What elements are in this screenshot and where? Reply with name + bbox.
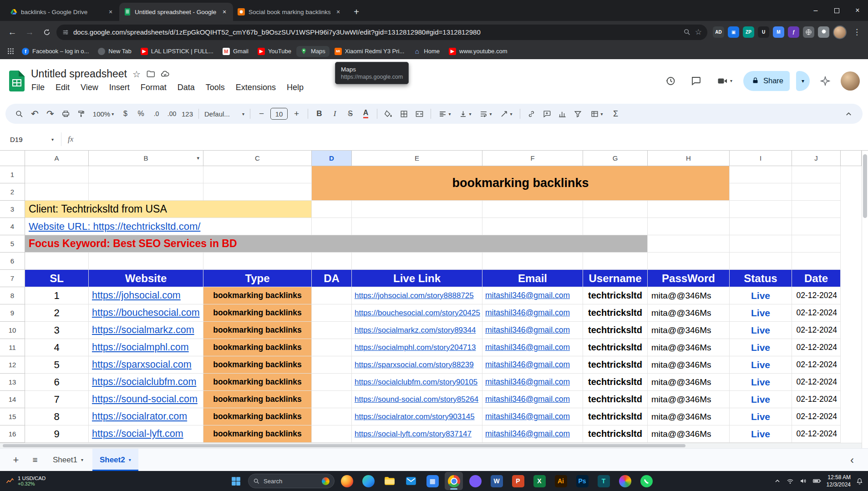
empty-cell[interactable]	[792, 218, 841, 235]
menu-file[interactable]: File	[26, 81, 50, 94]
bookmark-xiaomi[interactable]: MI Xiaomi Redmi Y3 Pri...	[330, 46, 409, 57]
tab-close-icon[interactable]: ×	[220, 8, 228, 16]
forward-button[interactable]: →	[22, 25, 37, 40]
cell-email-row9[interactable]: mitashil346@gmail.com	[482, 304, 583, 322]
cell-username-row10[interactable]: techtricksltd	[583, 322, 648, 339]
window-minimize-button[interactable]: –	[805, 0, 826, 21]
cell-live-link-row14[interactable]: https://sound-social.com/story85264	[352, 391, 482, 408]
menu-edit[interactable]: Edit	[51, 81, 75, 94]
table-header-status[interactable]: Status	[730, 270, 792, 287]
cell-live-link-row13[interactable]: https://socialclubfm.com/story90105	[352, 374, 482, 391]
cell-password-row16[interactable]: mita@@346Ms	[648, 425, 730, 443]
collapse-toolbar-icon[interactable]	[841, 106, 856, 121]
focus-keyword-cell[interactable]: Focus Keyword: Best SEO Services in BD	[25, 235, 648, 253]
tab-close-icon[interactable]: ×	[107, 8, 115, 16]
url-omnibox[interactable]: docs.google.com/spreadsheets/d/1zEpGkOQI…	[56, 25, 707, 40]
back-button[interactable]: ←	[5, 25, 20, 40]
text-color-button[interactable]: A	[358, 106, 373, 121]
site-info-icon[interactable]	[62, 29, 69, 36]
merge-cells-button[interactable]	[412, 106, 427, 121]
row-header-12[interactable]: 12	[0, 356, 25, 374]
bookmark-facebook[interactable]: f Facebook – log in o...	[18, 46, 93, 57]
bookmark-star-icon[interactable]: ☆	[695, 27, 702, 37]
cell-da-row11[interactable]	[312, 339, 352, 356]
browser-menu-icon[interactable]: ⋮	[850, 27, 863, 37]
cell-da-row14[interactable]	[312, 391, 352, 408]
cell-password-row8[interactable]: mita@@346Ms	[648, 287, 730, 304]
cell-website-row10[interactable]: https://socialmarkz.com	[89, 322, 203, 339]
cell-username-row9[interactable]: techtricksltd	[583, 304, 648, 322]
move-folder-icon[interactable]	[146, 70, 155, 78]
empty-cell[interactable]	[792, 201, 841, 218]
cell-sl-row14[interactable]: 7	[25, 391, 89, 408]
gemini-sparkle-icon[interactable]	[815, 71, 835, 91]
cell-da-row15[interactable]	[312, 408, 352, 425]
extension-icon-adblock[interactable]: AD	[713, 26, 724, 38]
row-header-2[interactable]: 2	[0, 183, 25, 201]
menu-format[interactable]: Format	[136, 81, 172, 94]
format-percent-button[interactable]: %	[133, 106, 148, 121]
empty-cell[interactable]	[730, 253, 792, 270]
cell-email-row10[interactable]: mitashil346@gmail.com	[482, 322, 583, 339]
bookmark-maps[interactable]: Maps	[296, 46, 330, 57]
grid-canvas[interactable]: AB▾CDEFGHIJ12345678910111213141516bookma…	[0, 151, 862, 448]
comments-icon[interactable]	[686, 71, 706, 91]
cell-status-row13[interactable]: Live	[730, 374, 792, 391]
bookmark-youtube[interactable]: ▶ YouTube	[254, 46, 295, 57]
cell-sl-row15[interactable]: 8	[25, 408, 89, 425]
cell-website-row15[interactable]: https://socialrator.com	[89, 408, 203, 425]
share-button[interactable]: Share	[743, 71, 790, 91]
browser-profile-avatar[interactable]	[833, 25, 847, 39]
reload-button[interactable]	[39, 25, 55, 40]
print-icon[interactable]	[58, 106, 73, 121]
more-formats-button[interactable]: 123	[180, 106, 195, 121]
empty-cell[interactable]	[352, 218, 482, 235]
cell-password-row10[interactable]: mita@@346Ms	[648, 322, 730, 339]
cell-live-link-row15[interactable]: https://socialrator.com/story903145	[352, 408, 482, 425]
cell-email-row11[interactable]: mitashil346@gmail.com	[482, 339, 583, 356]
browser-tab-spreadsheet[interactable]: Untitled spreadsheet - Google... ×	[119, 3, 233, 21]
cell-sl-row8[interactable]: 1	[25, 287, 89, 304]
client-cell[interactable]: Client: Techtricksltd from USA	[25, 201, 312, 218]
cell-username-row12[interactable]: techtricksltd	[583, 356, 648, 374]
all-sheets-menu-icon[interactable]: ≡	[26, 451, 44, 469]
vertical-align-button[interactable]: ▾	[455, 106, 475, 121]
row-header-11[interactable]: 11	[0, 339, 25, 356]
cell-website-row14[interactable]: https://sound-social.com	[89, 391, 203, 408]
row-header-1[interactable]: 1	[0, 166, 25, 183]
cloud-saved-icon[interactable]	[160, 69, 170, 79]
table-header-email[interactable]: Email	[482, 270, 583, 287]
cell-email-row8[interactable]: mitashil346@gmail.com	[482, 287, 583, 304]
browser-tab-drive[interactable]: backlinks - Google Drive ×	[5, 3, 119, 21]
horizontal-align-button[interactable]: ▾	[435, 106, 455, 121]
cell-status-row16[interactable]: Live	[730, 425, 792, 443]
empty-cell[interactable]	[792, 253, 841, 270]
cell-username-row8[interactable]: techtricksltd	[583, 287, 648, 304]
column-header-A[interactable]: A	[25, 151, 89, 166]
table-header-website[interactable]: Website	[89, 270, 203, 287]
empty-cell[interactable]	[25, 166, 89, 183]
cell-password-row13[interactable]: mita@@346Ms	[648, 374, 730, 391]
taskbar-app-word[interactable]: W	[487, 472, 506, 490]
table-header-date[interactable]: Date	[792, 270, 841, 287]
column-b-dropdown-icon[interactable]: ▾	[197, 155, 199, 161]
cell-password-row14[interactable]: mita@@346Ms	[648, 391, 730, 408]
row-header-15[interactable]: 15	[0, 408, 25, 425]
globe-extension-icon[interactable]	[803, 26, 814, 38]
document-title[interactable]: Untitled spreadsheet	[31, 68, 127, 80]
start-button[interactable]	[227, 472, 245, 490]
window-maximize-button[interactable]	[826, 0, 847, 21]
table-header-da[interactable]: DA	[312, 270, 352, 287]
empty-cell[interactable]	[482, 218, 583, 235]
cell-da-row9[interactable]	[312, 304, 352, 322]
increase-font-size-button[interactable]: +	[289, 106, 304, 121]
extension-icon-u[interactable]: U	[758, 26, 769, 38]
cell-sl-row12[interactable]: 5	[25, 356, 89, 374]
sheet-tab-sheet1[interactable]: Sheet1 ▾	[46, 449, 91, 471]
functions-button[interactable]: Σ	[608, 106, 623, 121]
undo-icon[interactable]: ↶	[27, 106, 42, 121]
cell-sl-row9[interactable]: 2	[25, 304, 89, 322]
bookmark-lal-lipstick[interactable]: ▶ LAL LIPSTICK | FULL...	[137, 46, 218, 57]
cell-email-row12[interactable]: mitashil346@gmail.com	[482, 356, 583, 374]
cell-username-row11[interactable]: techtricksltd	[583, 339, 648, 356]
